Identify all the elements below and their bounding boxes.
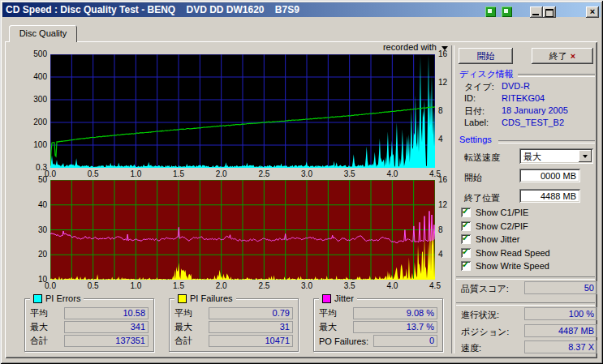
- app-window: CD Speed : Disc Quality Test - BENQ DVD …: [0, 0, 603, 364]
- checkbox-show-c2-pif[interactable]: ✓ Show C2/PIF: [461, 221, 591, 233]
- pi-failures-box: PI Failures 平均 0.79 最大 31 合計 10471: [169, 298, 299, 352]
- checkbox-label: Show C1/PIE: [476, 208, 528, 217]
- axis-label: 3.0: [295, 281, 319, 290]
- axis-label: 100: [23, 140, 47, 149]
- start-position-input[interactable]: [519, 169, 580, 182]
- legend-row: 合計 137351: [25, 334, 153, 348]
- maximize-button[interactable]: [543, 6, 556, 18]
- pi-failures-total: 10471: [209, 335, 293, 347]
- speed-value: 8.37 X: [524, 340, 597, 353]
- jitter-box: Jitter 平均 9.08 % 最大 13.7 % PO Failures: …: [313, 298, 443, 352]
- check-icon: ✓: [462, 246, 469, 257]
- window-title: CD Speed : Disc Quality Test - BENQ DVD …: [6, 4, 299, 15]
- check-icon: ✓: [462, 220, 469, 230]
- axis-label: 200: [23, 118, 47, 126]
- po-failures-value: 0: [373, 335, 437, 347]
- legend-row: 平均 10.58: [25, 306, 153, 320]
- axis-label: 12: [438, 200, 454, 209]
- titlebar[interactable]: CD Speed : Disc Quality Test - BENQ DVD …: [2, 2, 601, 17]
- recorded-with-dropdown[interactable]: recorded with: [325, 42, 437, 52]
- checkbox-label: Show Jitter: [476, 234, 519, 244]
- checkbox-label: Show Read Speed: [476, 248, 550, 258]
- divider: [456, 276, 595, 280]
- axis-label: 4: [438, 250, 454, 259]
- dropdown-button[interactable]: [579, 150, 592, 162]
- legend-title-label: Jitter: [334, 293, 354, 303]
- disc-id-label: ID:: [464, 93, 476, 103]
- axis-label: 8: [438, 106, 454, 115]
- axis-label: 2.5: [252, 281, 276, 290]
- tab-disc-quality[interactable]: Disc Quality: [9, 25, 77, 42]
- save-icon[interactable]: [502, 6, 512, 17]
- pi-failures-swatch-icon: [178, 294, 187, 303]
- axis-label: 0.5: [81, 169, 106, 178]
- axis-label: 3.0: [295, 169, 319, 178]
- pie-error-chart: [50, 54, 435, 168]
- pi-failures-max: 31: [209, 321, 293, 333]
- checkbox-label: Show Write Speed: [476, 261, 549, 271]
- axis-label: 0.0: [38, 281, 62, 290]
- axis-label: 1.0: [123, 281, 148, 290]
- minimize-button[interactable]: [530, 6, 543, 18]
- axis-label: 16: [438, 49, 454, 58]
- close-button[interactable]: ×: [586, 6, 599, 18]
- axis-label: 1.5: [166, 169, 191, 178]
- legend-row: 合計 10471: [170, 334, 298, 348]
- checkbox-box: ✓: [461, 261, 471, 271]
- legend-row: 最大 341: [25, 320, 153, 334]
- checkbox-show-read-speed[interactable]: ✓ Show Read Speed: [461, 248, 591, 259]
- legend-row: 最大 13.7 %: [314, 320, 442, 334]
- jitter-swatch-icon: [322, 294, 331, 303]
- speed-label: 速度:: [461, 342, 481, 354]
- start-button[interactable]: 開始: [459, 48, 513, 64]
- progress-value: 100 %: [524, 307, 597, 320]
- exit-button[interactable]: 終了×: [532, 48, 593, 64]
- checkbox-show-c1-pie[interactable]: ✓ Show C1/PIE: [461, 208, 591, 219]
- maximize-icon: [545, 9, 553, 17]
- transfer-speed-label: 転送速度: [464, 152, 500, 164]
- screenshot-icon[interactable]: [485, 6, 496, 17]
- checkbox-box: ✓: [461, 248, 471, 258]
- legend-title: PI Errors: [30, 293, 84, 304]
- axis-label: 50: [23, 175, 47, 184]
- transfer-speed-select[interactable]: 最大: [519, 148, 593, 164]
- legend-row: PO Failures: 0: [314, 334, 442, 348]
- disc-date-label: 日付:: [464, 105, 485, 118]
- pi-failures-average: 0.79: [209, 307, 293, 319]
- settings-header: Settings: [459, 135, 492, 144]
- axis-label: 0.5: [81, 281, 106, 290]
- axis-label: 16: [438, 175, 454, 184]
- axis-label: 4.5: [423, 281, 447, 290]
- checkbox-label: Show C2/PIF: [476, 221, 528, 231]
- end-position-input[interactable]: [519, 189, 580, 203]
- disc-label-label: Label:: [464, 118, 489, 127]
- disc-type-value: DVD-R: [502, 81, 530, 91]
- disc-label-value: CDS_TEST_B2: [502, 118, 564, 127]
- divider: [498, 140, 595, 143]
- legend-row: 最大 31: [170, 320, 298, 334]
- axis-label: 2.0: [209, 281, 234, 290]
- checkbox-box: ✓: [461, 234, 471, 244]
- minimize-icon: [532, 14, 539, 15]
- position-value: 4487 MB: [524, 324, 597, 337]
- legend-title-label: PI Failures: [190, 293, 233, 303]
- checkbox-box: ✓: [461, 208, 471, 217]
- quality-score-label: 品質スコア:: [461, 283, 509, 295]
- chevron-down-icon: [583, 155, 588, 161]
- pi-errors-total: 137351: [64, 335, 149, 347]
- checkbox-show-write-speed[interactable]: ✓ Show Write Speed: [461, 261, 591, 272]
- axis-label: 8: [438, 225, 454, 234]
- axis-label: 1.0: [123, 169, 148, 178]
- checkbox-show-jitter[interactable]: ✓ Show Jitter: [461, 234, 591, 246]
- jitter-max: 13.7 %: [353, 321, 437, 333]
- axis-label: 12: [438, 78, 454, 87]
- axis-label: 2.5: [252, 169, 276, 178]
- pi-errors-swatch-icon: [33, 294, 42, 303]
- disc-type-label: タイプ:: [464, 81, 494, 93]
- disc-id-value: RITEKG04: [502, 93, 545, 103]
- legend-row: 平均 9.08 %: [314, 306, 442, 320]
- progress-label: 進行状況:: [461, 309, 499, 321]
- disc-info-header: ディスク情報: [459, 68, 514, 80]
- axis-label: 40: [23, 200, 47, 209]
- divider: [456, 302, 595, 306]
